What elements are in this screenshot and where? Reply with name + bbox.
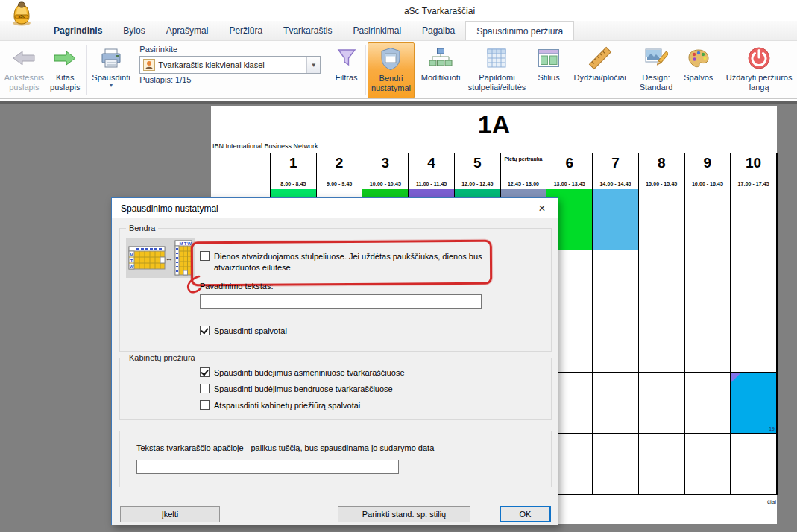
toolbar-separator bbox=[86, 45, 87, 95]
print-color-row: Spausdinti spalvotai bbox=[200, 326, 287, 337]
print-dropdown-caret[interactable]: ▾ bbox=[110, 83, 113, 89]
class-teacher-icon bbox=[143, 59, 155, 71]
period-header-1: 18:00 - 8:45 bbox=[271, 153, 317, 189]
print-color-label: Spausdinti spalvotai bbox=[214, 326, 287, 337]
timetable-cell bbox=[639, 434, 685, 495]
design-label: Design: Standard bbox=[633, 73, 680, 92]
print-button[interactable]: Spausdinti ▾ bbox=[89, 42, 134, 98]
group-bendra-label: Bendra bbox=[126, 224, 158, 232]
layout-style-icon bbox=[538, 45, 560, 72]
power-close-icon bbox=[746, 45, 772, 72]
load-button[interactable]: Įkelti bbox=[120, 506, 220, 522]
period-header-3: 310:00 - 10:45 bbox=[362, 153, 409, 189]
timetable-cell bbox=[685, 311, 731, 373]
shield-settings-icon bbox=[379, 45, 402, 72]
tab-apra-ymai[interactable]: Aprašymai bbox=[156, 21, 219, 40]
footer-text-input[interactable] bbox=[136, 460, 399, 474]
period-header-7: 714:00 - 14:45 bbox=[593, 153, 639, 189]
general-settings-label: Bendri nustatymai bbox=[368, 74, 414, 93]
svg-text:W: W bbox=[130, 265, 134, 269]
tab-pagrindinis[interactable]: Pagrindinis bbox=[43, 21, 113, 40]
timetable-cell[interactable] bbox=[593, 189, 639, 250]
checkbox-spausdinti-bud-jimus-bendruose-tvarkara-[interactable] bbox=[200, 384, 210, 393]
timetable-cell bbox=[593, 311, 639, 373]
modify-button[interactable]: Modifikuoti bbox=[415, 42, 467, 98]
colors-button[interactable]: Spalvos bbox=[679, 42, 717, 98]
report-type-combobox[interactable]: Tvarkaraštis kiekvienai klasei ▼ bbox=[139, 56, 321, 74]
toolbar-separator bbox=[719, 45, 719, 95]
printer-icon bbox=[100, 45, 122, 72]
close-preview-label: Uždaryti peržiūros langą bbox=[721, 73, 797, 92]
school-name: IBN International Business Network bbox=[212, 142, 318, 150]
group-footer-text: Tekstas tvarkaraščio apačioje - palikus … bbox=[119, 431, 552, 487]
style-label: Stilius bbox=[538, 73, 559, 83]
toolbar-separator bbox=[327, 45, 327, 95]
tab-tvarkara-tis[interactable]: Tvarkaraštis bbox=[273, 21, 342, 40]
close-preview-button[interactable]: Uždaryti peržiūros langą bbox=[721, 42, 797, 98]
colors-label: Spalvos bbox=[684, 73, 713, 83]
prev-page-button[interactable]: Ankstesnis puslapis bbox=[3, 42, 45, 98]
combobox-dropdown-arrow[interactable]: ▼ bbox=[306, 57, 320, 73]
app-window: aSc aSc Tvarkaraščiai PagrindinisBylosAp… bbox=[0, 0, 797, 532]
style-button[interactable]: Stilius bbox=[531, 42, 567, 98]
svg-text:M: M bbox=[180, 241, 183, 246]
window-title: aSc Tvarkaraščiai bbox=[82, 6, 797, 16]
tab-per-i-ra[interactable]: Peržiūra bbox=[218, 21, 273, 40]
period-header-piet-pertrauka: Pietų pertrauka12:45 - 13:00 bbox=[501, 153, 547, 189]
timetable-cell bbox=[639, 311, 685, 373]
extra-columns-button[interactable]: Papildomi stulpeliai/eilutės bbox=[467, 42, 526, 98]
report-type-value: Tvarkaraštis kiekvienai klasei bbox=[158, 60, 264, 69]
asc-bell-icon[interactable]: aSc bbox=[10, 1, 34, 30]
days-in-columns-checkbox[interactable] bbox=[200, 251, 210, 261]
period-header-8: 815:00 - 15:45 bbox=[639, 153, 685, 189]
modify-label: Modifikuoti bbox=[421, 73, 461, 83]
partial-label: 19 bbox=[769, 426, 775, 431]
checkbox-atspausdinti-kabinet-prie-i-r-spalvotai[interactable] bbox=[200, 400, 210, 410]
timetable-cell bbox=[639, 189, 685, 250]
tab-pasirinkimai[interactable]: Pasirinkimai bbox=[342, 21, 412, 40]
sizes-widths-button[interactable]: Dydžiai/pločiai bbox=[567, 42, 633, 98]
timetable-cell bbox=[593, 250, 639, 311]
ok-button[interactable]: OK bbox=[500, 506, 551, 522]
design-button[interactable]: Design: Standard bbox=[633, 42, 680, 98]
svg-text:T: T bbox=[184, 241, 187, 246]
checkbox-spausdinti-bud-jimus-asmeniniuose-tvarka[interactable] bbox=[200, 367, 210, 377]
title-text-label: Pavadinimo tekstas: bbox=[200, 282, 273, 291]
filter-label: Filtras bbox=[336, 73, 358, 83]
tab-spausdinimo-per-i-ra[interactable]: Spausdinimo peržiūra bbox=[465, 21, 574, 40]
svg-text:W: W bbox=[187, 241, 192, 246]
ribbon-toolbar: Ankstesnis puslapis Kitas puslapis Spau bbox=[0, 41, 797, 99]
tab-bylos[interactable]: Bylos bbox=[113, 21, 155, 40]
filter-button[interactable]: Filtras bbox=[329, 42, 364, 98]
svg-text:↔: ↔ bbox=[166, 253, 174, 262]
period-header-10: 1017:00 - 17:45 bbox=[731, 153, 777, 189]
svg-text:aSc: aSc bbox=[19, 14, 25, 19]
general-settings-button[interactable]: Bendri nustatymai bbox=[368, 42, 415, 98]
timetable-cell bbox=[639, 373, 685, 434]
pick-standard-style-button[interactable]: Parinkti stand. sp. stilių bbox=[338, 506, 470, 522]
group-kabinetu: Kabinetų priežiūra Spausdinti budėjimus … bbox=[119, 358, 552, 420]
timetable-cell[interactable]: 19 bbox=[731, 373, 777, 434]
period-header-9: 916:00 - 16:45 bbox=[685, 153, 731, 189]
timetable-cell bbox=[685, 373, 731, 434]
checkbox-label: Atspausdinti kabinetų priežiūrą spalvota… bbox=[214, 400, 360, 411]
select-report-panel: Pasirinkite Tvarkaraštis kiekvienai klas… bbox=[133, 42, 325, 98]
print-color-checkbox[interactable] bbox=[200, 326, 210, 335]
preview-workspace: 1A IBN International Business Network 18… bbox=[0, 101, 797, 532]
timetable-cell bbox=[593, 434, 639, 495]
print-settings-dialog: Spausdinimo nustatymai × Bendra bbox=[111, 197, 558, 525]
timetable-cell bbox=[685, 434, 731, 495]
tab-pagalba[interactable]: Pagalba bbox=[412, 21, 465, 40]
svg-text:M: M bbox=[130, 253, 133, 257]
title-text-input[interactable] bbox=[200, 294, 482, 309]
checkbox-label: Spausdinti budėjimus bendruose tvarkaraš… bbox=[214, 384, 393, 395]
days-columns-rows-icon: M T W ↔ M T W bbox=[126, 238, 195, 278]
close-icon[interactable]: × bbox=[526, 198, 558, 218]
ruler-icon bbox=[587, 45, 613, 72]
timetable-cell bbox=[685, 250, 731, 311]
next-page-button[interactable]: Kitas puslapis bbox=[45, 42, 85, 98]
select-report-caption: Pasirinkite bbox=[139, 45, 321, 54]
timetable-cell bbox=[639, 250, 685, 311]
days-in-columns-row: Dienos atvaizduojamos stulpeliuose. Jei … bbox=[200, 251, 536, 273]
class-title: 1A bbox=[211, 110, 777, 139]
